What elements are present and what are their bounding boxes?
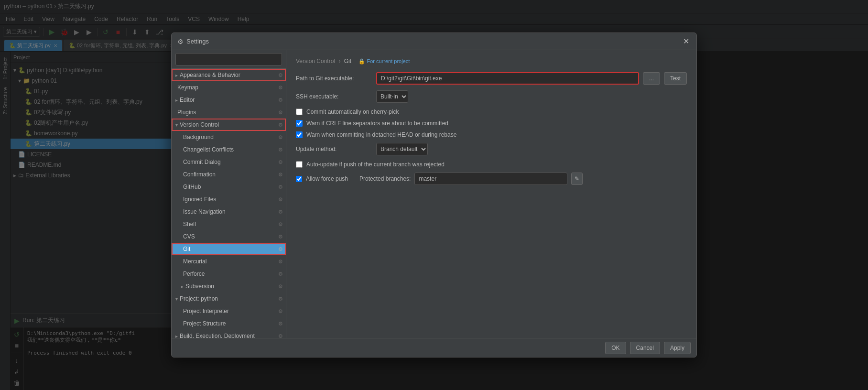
detached-label: Warn when committing in detached HEAD or… — [306, 131, 456, 138]
settings-item-project-interpreter[interactable]: Project Interpreter ⚙ — [172, 305, 286, 317]
settings-item-subversion[interactable]: ▸ Subversion ⚙ — [172, 280, 286, 292]
settings-item-confirmation[interactable]: Confirmation ⚙ — [172, 168, 286, 181]
keymap-gear: ⚙ — [278, 85, 283, 91]
perforce-gear: ⚙ — [278, 271, 283, 277]
github-label: GitHub — [183, 184, 201, 190]
subversion-arrow: ▸ — [181, 284, 184, 289]
mercurial-gear: ⚙ — [278, 259, 283, 265]
plugins-label: Plugins — [177, 109, 196, 116]
settings-item-github[interactable]: GitHub ⚙ — [172, 181, 286, 193]
git-path-dots-button[interactable]: ... — [643, 72, 660, 85]
settings-content: Version Control › Git 🔒 For current proj… — [286, 50, 696, 338]
build-gear: ⚙ — [278, 333, 283, 338]
appearance-label: Appearance & Behavior — [180, 72, 240, 78]
settings-item-commit[interactable]: Commit Dialog ⚙ — [172, 156, 286, 168]
settings-item-ignored[interactable]: Ignored Files ⚙ — [172, 193, 286, 206]
settings-dialog: ⚙ Settings ✕ ▸ Appearance & Behavior ⚙ — [171, 32, 697, 358]
github-gear: ⚙ — [278, 184, 283, 190]
settings-apply-button[interactable]: Apply — [664, 342, 691, 354]
update-method-label: Update method: — [296, 146, 372, 152]
protected-branches-input[interactable] — [414, 173, 567, 185]
dialog-settings-icon: ⚙ — [177, 38, 184, 45]
confirmation-label: Confirmation — [183, 171, 216, 178]
project-struct-label: Project Structure — [183, 320, 226, 327]
auto-update-checkbox[interactable] — [296, 161, 303, 168]
git-path-label: Path to Git executable: — [296, 75, 372, 82]
changelist-gear: ⚙ — [278, 147, 283, 153]
git-gear: ⚙ — [278, 246, 283, 252]
subversion-label: Subversion — [185, 283, 214, 290]
settings-sidebar: ▸ Appearance & Behavior ⚙ Keymap ⚙ ▸ Edi… — [172, 50, 286, 338]
settings-item-appearance[interactable]: ▸ Appearance & Behavior ⚙ — [172, 69, 286, 81]
settings-item-issue-nav[interactable]: Issue Navigation ⚙ — [172, 206, 286, 218]
git-label: Git — [183, 246, 190, 252]
vcs-gear: ⚙ — [278, 122, 283, 128]
editor-arrow: ▸ — [175, 98, 178, 103]
cherry-pick-label: Commit automatically on cherry-pick — [306, 108, 399, 115]
keymap-label: Keymap — [177, 84, 198, 91]
detached-row: Warn when committing in detached HEAD or… — [296, 131, 687, 138]
settings-item-project-structure[interactable]: Project Structure ⚙ — [172, 317, 286, 330]
dialog-body: ▸ Appearance & Behavior ⚙ Keymap ⚙ ▸ Edi… — [172, 50, 696, 338]
force-push-label: Allow force push — [306, 175, 348, 182]
changelist-label: Changelist Conflicts — [183, 146, 234, 153]
git-path-row: Path to Git executable: ... Test — [296, 72, 687, 85]
issue-nav-label: Issue Navigation — [183, 208, 226, 215]
settings-item-background[interactable]: Background ⚙ — [172, 131, 286, 143]
force-push-checkbox[interactable] — [296, 176, 302, 182]
settings-search-input[interactable] — [175, 53, 282, 65]
settings-item-project-python[interactable]: ▾ Project: python ⚙ — [172, 292, 286, 305]
dialog-close-button[interactable]: ✕ — [681, 37, 691, 46]
subversion-gear: ⚙ — [278, 283, 283, 290]
cherry-pick-row: Commit automatically on cherry-pick — [296, 108, 687, 115]
settings-item-changelist[interactable]: Changelist Conflicts ⚙ — [172, 143, 286, 156]
confirmation-gear: ⚙ — [278, 172, 283, 178]
settings-item-mercurial[interactable]: Mercurial ⚙ — [172, 255, 286, 268]
vcs-arrow: ▾ — [175, 122, 178, 128]
for-current-project: 🔒 For current project — [358, 58, 410, 64]
auto-update-label: Auto-update if push of the current branc… — [306, 161, 445, 168]
detached-checkbox[interactable] — [296, 131, 303, 138]
settings-item-keymap[interactable]: Keymap ⚙ — [172, 81, 286, 94]
crlf-checkbox[interactable] — [296, 120, 303, 127]
settings-item-perforce[interactable]: Perforce ⚙ — [172, 268, 286, 280]
build-arrow: ▸ — [175, 334, 178, 338]
background-label: Background — [183, 134, 214, 141]
update-method-select[interactable]: Branch default Merge Rebase — [376, 143, 428, 155]
update-method-row: Update method: Branch default Merge Reba… — [296, 143, 687, 155]
editor-label: Editor — [180, 97, 195, 103]
breadcrumb-sep: › — [338, 58, 340, 65]
project-interp-label: Project Interpreter — [183, 308, 229, 314]
settings-tree: ▸ Appearance & Behavior ⚙ Keymap ⚙ ▸ Edi… — [172, 69, 286, 338]
settings-item-vcs[interactable]: ▾ Version Control ⚙ — [172, 119, 286, 131]
settings-item-git[interactable]: Git ⚙ — [172, 243, 286, 255]
shelf-label: Shelf — [183, 221, 196, 228]
dialog-titlebar: ⚙ Settings ✕ — [172, 33, 696, 50]
git-test-button[interactable]: Test — [664, 72, 687, 85]
git-path-input[interactable] — [376, 72, 639, 85]
breadcrumb-part1: Version Control — [296, 58, 335, 65]
settings-item-cvs[interactable]: CVS ⚙ — [172, 230, 286, 243]
project-struct-gear: ⚙ — [278, 321, 283, 327]
settings-cancel-button[interactable]: Cancel — [630, 342, 660, 354]
force-push-group: Allow force push — [296, 175, 348, 182]
settings-item-build[interactable]: ▸ Build, Execution, Deployment ⚙ — [172, 330, 286, 338]
protected-branches-edit-btn[interactable]: ✎ — [571, 173, 583, 185]
protected-branches-group: Protected branches: ✎ — [359, 173, 583, 185]
settings-item-shelf[interactable]: Shelf ⚙ — [172, 218, 286, 230]
settings-item-plugins[interactable]: Plugins ⚙ — [172, 106, 286, 119]
ssh-select[interactable]: Built-in Native — [376, 90, 408, 103]
settings-ok-button[interactable]: OK — [605, 342, 626, 354]
plugins-gear: ⚙ — [278, 109, 283, 116]
breadcrumb-current: Git — [344, 58, 351, 65]
settings-search-area — [172, 50, 286, 69]
ignored-label: Ignored Files — [183, 196, 216, 203]
shelf-gear: ⚙ — [278, 221, 283, 228]
force-push-row: Allow force push Protected branches: ✎ — [296, 173, 687, 185]
project-python-label: Project: python — [180, 295, 218, 302]
settings-item-editor[interactable]: ▸ Editor ⚙ — [172, 94, 286, 106]
ignored-gear: ⚙ — [278, 196, 283, 203]
cherry-pick-checkbox[interactable] — [296, 108, 303, 115]
project-interp-gear: ⚙ — [278, 308, 283, 314]
ssh-row: SSH executable: Built-in Native — [296, 90, 687, 103]
